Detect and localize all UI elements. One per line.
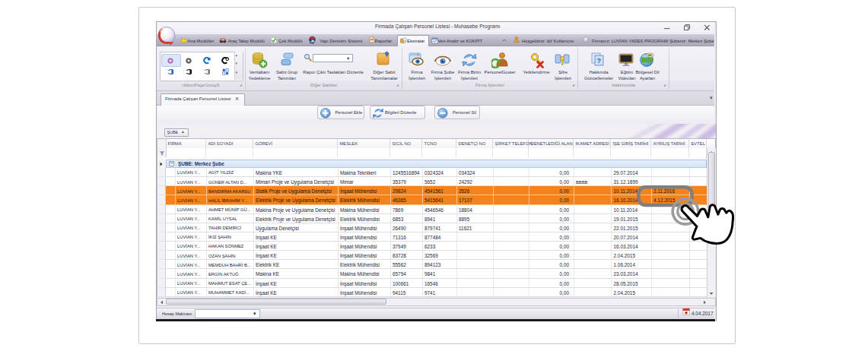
svg-text:YDS: YDS <box>310 42 314 44</box>
svg-text:ABC: ABC <box>648 54 653 57</box>
svg-text:?: ? <box>597 57 602 65</box>
